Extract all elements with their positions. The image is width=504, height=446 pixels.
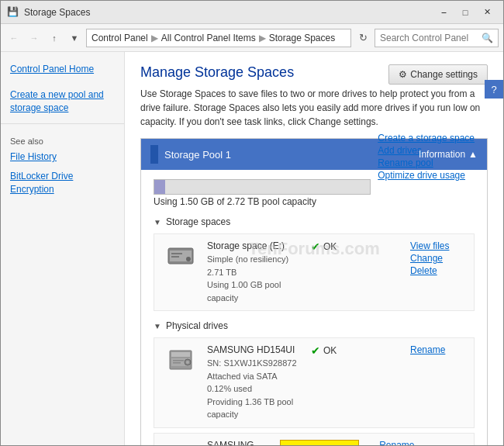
storage-space-size: 2.71 TB bbox=[207, 266, 311, 279]
physical-drives-section: ▼ Physical drives bbox=[154, 320, 475, 445]
drive-svg-icon bbox=[167, 244, 195, 268]
window-controls: ‒ □ ✕ bbox=[433, 5, 497, 20]
page-description: Use Storage Spaces to save files to two … bbox=[140, 87, 482, 129]
status-ok-label-1: OK bbox=[323, 345, 337, 356]
window-title: Storage Spaces bbox=[24, 7, 433, 18]
physical-drive-item-2: SAMSUNG HD154UI SN: S1XWJ1KS928871 Attac… bbox=[154, 433, 475, 446]
sidebar-item-file-history[interactable]: File History bbox=[1, 147, 124, 167]
search-input[interactable] bbox=[380, 33, 482, 43]
physical-drives-header[interactable]: ▼ Physical drives bbox=[154, 320, 475, 331]
svg-point-9 bbox=[186, 361, 189, 364]
sidebar-item-home[interactable]: Control Panel Home bbox=[1, 60, 124, 79]
physical-drives-chevron-icon: ▼ bbox=[154, 322, 161, 330]
window: 💾 Storage Spaces ‒ □ ✕ ← → ↑ ▼ Control P… bbox=[0, 0, 504, 446]
breadcrumb[interactable]: Control Panel ▶ All Control Panel Items … bbox=[86, 29, 351, 47]
storage-spaces-title: Storage spaces bbox=[166, 216, 230, 227]
physical-drive-status-1: ✔ OK bbox=[311, 344, 404, 357]
physical-drive-actions-2: Rename Remove ◀ Click on bbox=[379, 440, 464, 446]
physical-drive-name-2: SAMSUNG HD154UI bbox=[207, 440, 280, 446]
storage-space-actions: View files Change Delete bbox=[410, 240, 464, 276]
up-button[interactable]: ↑ bbox=[46, 29, 63, 47]
physical-drive-details-1: SAMSUNG HD154UI SN: S1XWJ1KS928872 Attac… bbox=[207, 344, 311, 421]
physical-drive-name-1: SAMSUNG HD154UI bbox=[207, 344, 311, 355]
recent-button[interactable]: ▼ bbox=[66, 29, 83, 47]
sidebar-item-create[interactable]: Create a new pool and storage space bbox=[1, 85, 124, 118]
status-ok-badge: ✔ OK bbox=[311, 240, 337, 253]
status-ok-badge-1: ✔ OK bbox=[311, 344, 337, 357]
capacity-text: Using 1.50 GB of 2.72 TB pool capacity bbox=[154, 196, 475, 207]
sidebar-item-bitlocker[interactable]: BitLocker Drive Encryption bbox=[1, 167, 124, 199]
physical-drive-connection-1: Attached via SATA bbox=[207, 370, 311, 383]
svg-point-2 bbox=[186, 257, 191, 261]
storage-spaces-chevron-icon: ▼ bbox=[154, 218, 161, 226]
status-ok-label: OK bbox=[323, 241, 337, 252]
rename-drive-1-link[interactable]: Rename bbox=[410, 344, 464, 355]
physical-drive-providing-1: Providing 1.36 TB pool capacity bbox=[207, 396, 311, 421]
capacity-bar-outer bbox=[154, 179, 371, 195]
help-button[interactable]: ? bbox=[485, 80, 503, 99]
storage-spaces-header[interactable]: ▼ Storage spaces bbox=[154, 216, 475, 227]
storage-spaces-section: ▼ Storage spaces bbox=[154, 216, 475, 311]
storage-space-usage: Using 1.00 GB pool capacity bbox=[207, 278, 311, 304]
forward-button[interactable]: → bbox=[26, 29, 43, 47]
svg-rect-6 bbox=[171, 352, 190, 357]
maximize-button[interactable]: □ bbox=[455, 5, 475, 20]
close-button[interactable]: ✕ bbox=[477, 5, 497, 20]
storage-space-name: Storage space (E:) bbox=[207, 240, 311, 251]
physical-drive-icon-1 bbox=[164, 344, 198, 375]
minimize-button[interactable]: ‒ bbox=[433, 5, 454, 20]
change-settings-label: Change settings bbox=[410, 69, 478, 80]
breadcrumb-separator-2: ▶ bbox=[259, 33, 266, 43]
storage-space-type: Simple (no resiliency) bbox=[207, 253, 311, 266]
drive-icon bbox=[164, 240, 198, 271]
pool-info-label: Information bbox=[419, 149, 465, 160]
search-box: 🔍 bbox=[375, 29, 499, 47]
change-link[interactable]: Change bbox=[410, 253, 464, 264]
breadcrumb-control-panel: Control Panel bbox=[91, 33, 148, 43]
create-storage-space-link[interactable]: Create a storage space bbox=[378, 133, 475, 143]
pool-info-button[interactable]: Information ▲ bbox=[419, 149, 478, 160]
physical-drive-serial-1: SN: S1XWJ1KS928872 bbox=[207, 357, 311, 370]
content-area: TenForums.com ⚙ Change settings ? Manage… bbox=[125, 52, 503, 445]
physical-drive-icon-2 bbox=[164, 440, 198, 446]
storage-space-status: ✔ OK bbox=[311, 240, 404, 253]
pool-body: Create a storage space Add drives Rename… bbox=[141, 170, 487, 445]
rename-drive-2-link[interactable]: Rename bbox=[379, 440, 414, 446]
breadcrumb-all-items: All Control Panel Items bbox=[161, 33, 256, 43]
storage-space-item: Storage space (E:) Simple (no resiliency… bbox=[154, 233, 475, 311]
titlebar: 💾 Storage Spaces ‒ □ ✕ bbox=[1, 1, 503, 24]
hdd-svg-icon-1 bbox=[167, 347, 195, 372]
main-content: Control Panel Home Create a new pool and… bbox=[1, 52, 503, 445]
window-icon: 💾 bbox=[7, 6, 19, 19]
physical-drives-title: Physical drives bbox=[166, 320, 228, 331]
status-info-badge: Information Ready to remove bbox=[280, 440, 359, 446]
drive-details: Storage space (E:) Simple (no resiliency… bbox=[207, 240, 311, 304]
check-icon-1: ✔ bbox=[311, 344, 320, 357]
capacity-bar-inner bbox=[154, 180, 165, 194]
addressbar: ← → ↑ ▼ Control Panel ▶ All Control Pane… bbox=[1, 24, 503, 52]
chevron-up-icon: ▲ bbox=[468, 149, 478, 160]
physical-drive-status-2: Information Ready to remove bbox=[280, 440, 373, 446]
status-info-label: Information bbox=[287, 443, 352, 446]
physical-drive-used-1: 0.12% used bbox=[207, 382, 311, 396]
svg-rect-11 bbox=[173, 362, 181, 364]
physical-drive-actions-1: Rename bbox=[410, 344, 464, 355]
sidebar: Control Panel Home Create a new pool and… bbox=[1, 52, 125, 445]
pool-header-left: Storage Pool 1 bbox=[150, 145, 231, 164]
optimize-drive-link[interactable]: Optimize drive usage bbox=[378, 170, 475, 181]
check-icon: ✔ bbox=[311, 240, 320, 253]
search-icon: 🔍 bbox=[482, 33, 493, 43]
sidebar-see-also-label: See also bbox=[1, 130, 124, 147]
view-files-link[interactable]: View files bbox=[410, 240, 464, 251]
delete-link[interactable]: Delete bbox=[410, 265, 464, 276]
change-settings-button[interactable]: ⚙ Change settings bbox=[388, 64, 488, 85]
sidebar-divider bbox=[1, 123, 124, 124]
physical-drive-details-2: SAMSUNG HD154UI SN: S1XWJ1KS928871 Attac… bbox=[207, 440, 280, 446]
refresh-button[interactable]: ↻ bbox=[354, 29, 371, 47]
breadcrumb-separator-1: ▶ bbox=[151, 33, 158, 43]
hdd-svg-icon-2 bbox=[167, 443, 195, 446]
svg-rect-3 bbox=[171, 253, 182, 254]
back-button[interactable]: ← bbox=[5, 29, 22, 47]
svg-rect-4 bbox=[171, 256, 179, 258]
svg-rect-10 bbox=[173, 360, 184, 361]
